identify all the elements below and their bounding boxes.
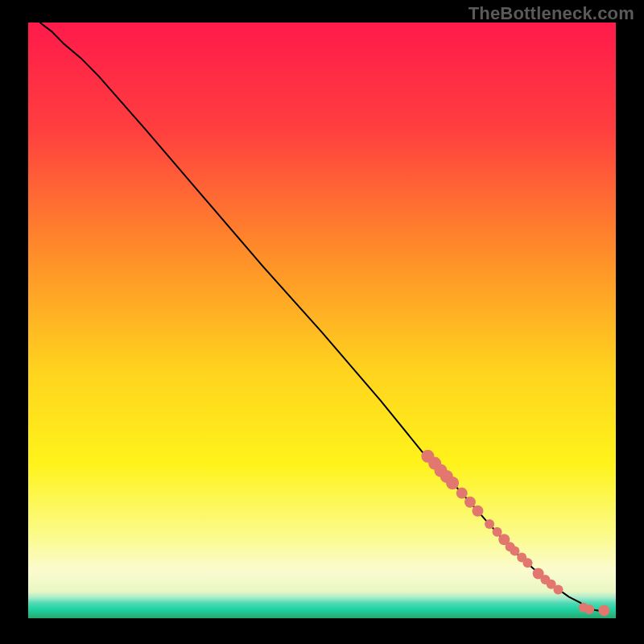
data-marker xyxy=(523,558,533,568)
data-marker xyxy=(598,605,609,616)
data-marker xyxy=(472,506,483,517)
data-marker xyxy=(553,584,563,594)
data-marker xyxy=(464,497,476,508)
data-marker xyxy=(446,477,459,489)
chart-frame: TheBottleneck.com xyxy=(0,0,644,644)
data-marker xyxy=(456,488,468,499)
plot-area xyxy=(28,23,616,618)
gradient-background xyxy=(28,23,616,618)
plot-svg xyxy=(28,23,616,618)
data-marker xyxy=(584,605,594,614)
data-marker xyxy=(493,527,502,537)
watermark-text: TheBottleneck.com xyxy=(469,3,634,24)
data-marker xyxy=(510,546,519,555)
data-marker xyxy=(485,519,494,529)
